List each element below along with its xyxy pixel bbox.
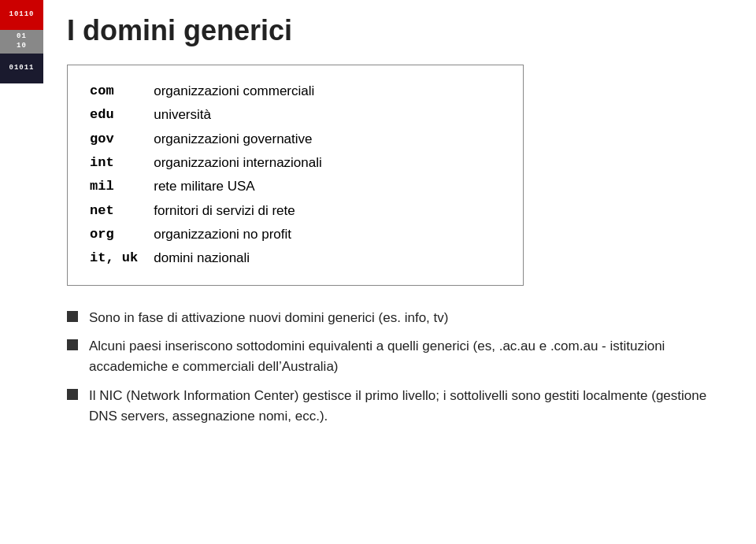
domain-key: it, uk [90,246,154,270]
domain-value: organizzazioni no profit [154,223,322,246]
left-decorative-bar: 10110 0110 01011 [0,0,43,544]
bullet-text: Alcuni paesi inseriscono sottodomini equ… [89,336,732,378]
domain-key: int [90,151,154,175]
binary-label-1: 10110 [9,10,34,20]
list-item: Sono in fase di attivazione nuovi domini… [67,308,732,328]
binary-label-2: 0110 [17,32,27,50]
table-row: intorganizzazioni internazionali [90,151,322,175]
table-row: milrete militare USA [90,175,322,198]
page-title: I domini generici [67,14,732,47]
bullet-icon [67,311,78,322]
bar-segment-fill [0,83,43,544]
bullet-text: Sono in fase di attivazione nuovi domini… [89,308,732,328]
list-item: Alcuni paesi inseriscono sottodomini equ… [67,336,732,378]
main-content: I domini generici comorganizzazioni comm… [43,0,756,544]
domain-value: università [154,103,322,127]
domain-value: rete militare USA [154,175,322,198]
table-row: govorganizzazioni governative [90,128,322,151]
domain-value: organizzazioni governative [154,128,322,151]
bar-segment-dark: 01011 [0,54,43,83]
table-row: eduuniversità [90,103,322,127]
bullet-icon [67,339,78,350]
bar-segment-gray: 0110 [0,30,43,54]
domain-value: domini nazionali [154,246,322,270]
domain-key: org [90,223,154,246]
bullet-icon [67,389,78,400]
domain-table-box: comorganizzazioni commercialieduuniversi… [67,65,524,286]
table-row: comorganizzazioni commerciali [90,80,322,103]
domain-value: organizzazioni commerciali [154,80,322,103]
bullet-text: Il NIC (Network Information Center) gest… [89,386,732,427]
domain-value: organizzazioni internazionali [154,151,322,175]
list-item: Il NIC (Network Information Center) gest… [67,386,732,427]
table-row: netfornitori di servizi di rete [90,199,322,223]
bullet-list: Sono in fase di attivazione nuovi domini… [67,308,732,427]
table-row: it, ukdomini nazionali [90,246,322,270]
domain-key: edu [90,103,154,127]
domain-key: net [90,199,154,223]
domain-value: fornitori di servizi di rete [154,199,322,223]
domain-key: com [90,80,154,103]
domain-key: mil [90,175,154,198]
binary-label-3: 01011 [9,64,34,73]
bar-segment-red: 10110 [0,0,43,30]
table-row: orgorganizzazioni no profit [90,223,322,246]
domain-table: comorganizzazioni commercialieduuniversi… [90,80,322,271]
domain-key: gov [90,128,154,151]
